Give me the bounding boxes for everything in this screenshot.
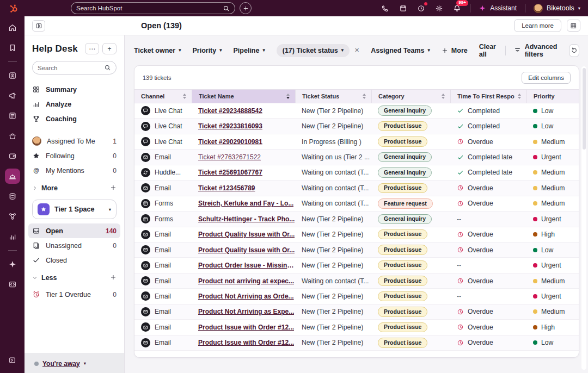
rail-item-developer[interactable] xyxy=(5,277,20,292)
ticket-link[interactable]: Product Issue with Order #12... xyxy=(198,339,294,346)
column-header-ticket-status[interactable]: Ticket Status xyxy=(295,90,371,103)
ticket-link[interactable]: Product Quality Issue with Or... xyxy=(198,246,295,254)
rail-item-marketing[interactable] xyxy=(5,88,20,103)
calls-icon[interactable] xyxy=(380,3,390,13)
column-header-ticket-name[interactable]: Ticket Name xyxy=(192,90,295,103)
ticket-link[interactable]: Product Quality Issue with Or... xyxy=(198,231,295,238)
edit-columns-button[interactable]: Edit columns xyxy=(522,72,571,84)
ticket-link[interactable]: Product Issue with Order #12... xyxy=(198,324,294,331)
create-button[interactable] xyxy=(240,2,252,14)
sidebar-item-tier-1-overdue[interactable]: Tier 1 Overdue0 xyxy=(28,287,120,302)
activity-history-icon[interactable] xyxy=(416,3,426,13)
table-row[interactable]: EmailProduct Order Issue - Missing...New… xyxy=(134,258,579,273)
presence-toggle[interactable]: You're away xyxy=(42,360,80,368)
table-row[interactable]: FormsSchultz-Hettinger - Track Pho...New… xyxy=(134,212,579,227)
more-filters-button[interactable]: More xyxy=(442,47,468,54)
notifications-bell-icon[interactable]: 99+ xyxy=(452,3,462,13)
ticket-link[interactable]: Product not arriving at expec... xyxy=(198,277,294,285)
table-row[interactable]: Live ChatTicket #29233816093New (Tier 2 … xyxy=(134,119,579,134)
table-row[interactable]: EmailTicket #123456789Waiting on contact… xyxy=(134,181,579,196)
remove-filter-icon[interactable]: ✕ xyxy=(354,47,359,54)
add-view-button[interactable] xyxy=(110,273,117,283)
advanced-filters-button[interactable]: Advanced filters xyxy=(514,43,558,58)
sidebar-item-summary[interactable]: Summary xyxy=(28,82,120,97)
hubspot-logo-icon[interactable] xyxy=(8,3,19,14)
sidebar-item-following[interactable]: Following0 xyxy=(28,148,120,163)
vertical-scrollbar[interactable] xyxy=(581,66,586,370)
more-toggle[interactable]: More xyxy=(32,181,117,195)
sidebar-item-analyze[interactable]: Analyze xyxy=(28,97,120,111)
ticket-link[interactable]: Ticket #29029010981 xyxy=(198,138,262,146)
sidebar-item-assigned-to-me[interactable]: Assigned To Me1 xyxy=(28,134,120,148)
sort-icon[interactable] xyxy=(363,94,366,99)
rail-item-payments[interactable] xyxy=(5,148,20,164)
table-row[interactable]: EmailProduct Quality Issue with Or...New… xyxy=(134,243,579,258)
sidebar-item-open[interactable]: Open140 xyxy=(28,223,120,238)
table-row[interactable]: EmailProduct Issue with Order #12...New … xyxy=(134,320,579,335)
table-row[interactable]: EmailProduct Not Arriving as Expe...New … xyxy=(134,304,579,320)
add-view-button[interactable] xyxy=(110,183,117,193)
ticket-link[interactable]: Ticket #123456789 xyxy=(198,184,255,192)
global-search-input[interactable] xyxy=(76,5,218,11)
ticket-link[interactable]: Ticket #27632671522 xyxy=(198,153,261,161)
scrollbar-thumb[interactable] xyxy=(583,68,586,150)
sort-icon[interactable] xyxy=(183,94,186,99)
view-grid-button[interactable] xyxy=(567,20,580,32)
column-header-priority[interactable]: Priority xyxy=(526,90,579,103)
rail-item-commerce[interactable] xyxy=(5,128,20,144)
marketplace-icon[interactable] xyxy=(398,3,408,13)
collapse-sidebar-button[interactable] xyxy=(32,20,45,32)
account-menu[interactable]: Biketools ▾ xyxy=(534,4,580,13)
ticket-link[interactable]: Ticket #29233816093 xyxy=(198,122,262,130)
settings-icon[interactable] xyxy=(434,3,444,13)
column-header-channel[interactable]: Channel xyxy=(134,90,192,103)
filter-ticket-owner[interactable]: Ticket owner▾ xyxy=(134,47,181,54)
ticket-link[interactable]: Streich, Kerluke and Fay - Lo... xyxy=(198,200,293,207)
expand-rail-button[interactable] xyxy=(5,352,20,368)
assistant-button[interactable]: Assistant xyxy=(479,4,517,12)
sidebar-add-button[interactable]: + xyxy=(102,43,117,54)
table-row[interactable]: Live ChatTicket #29029010981In Progress … xyxy=(134,134,579,150)
rail-item-data[interactable] xyxy=(5,189,20,204)
table-row[interactable]: EmailProduct Issue with Order #12...New … xyxy=(134,335,579,351)
filter-ticket-status-active[interactable]: (17) Ticket status▾ xyxy=(277,44,350,57)
sidebar-search[interactable] xyxy=(32,61,117,74)
rail-item-bookmarks[interactable] xyxy=(5,40,20,55)
sort-icon[interactable] xyxy=(286,94,290,99)
global-search[interactable] xyxy=(71,2,235,14)
rail-item-home[interactable] xyxy=(5,20,20,35)
rail-item-help-desk[interactable] xyxy=(5,169,20,184)
filter-priority[interactable]: Priority▾ xyxy=(192,47,222,54)
sort-icon[interactable] xyxy=(442,94,445,99)
table-row[interactable]: EmailTicket #27632671522Waiting on us (T… xyxy=(134,150,579,165)
sidebar-search-input[interactable] xyxy=(38,65,101,71)
rail-item-reporting[interactable] xyxy=(5,229,20,244)
space-selector[interactable]: Tier 1 Space ▾ xyxy=(32,200,117,219)
column-header-category[interactable]: Category xyxy=(371,90,450,103)
ticket-link[interactable]: Product Not Arriving as Expe... xyxy=(198,308,294,315)
table-row[interactable]: EmailProduct not arriving at expec...Wai… xyxy=(134,273,579,289)
ticket-link[interactable]: Schultz-Hettinger - Track Pho... xyxy=(198,215,295,223)
sidebar-options-button[interactable]: ⋯ xyxy=(85,43,99,54)
sidebar-item-unassigned[interactable]: Unassigned0 xyxy=(28,238,120,253)
reset-view-button[interactable] xyxy=(569,44,579,57)
table-row[interactable]: EmailProduct Not Arriving as Orde...New … xyxy=(134,289,579,304)
ticket-link[interactable]: Product Not Arriving as Orde... xyxy=(198,293,294,300)
sort-icon[interactable] xyxy=(518,94,521,99)
rail-item-ai[interactable] xyxy=(5,257,20,272)
ticket-link[interactable]: Product Order Issue - Missing... xyxy=(198,262,295,269)
table-row[interactable]: FormsStreich, Kerluke and Fay - Lo...Wai… xyxy=(134,196,579,212)
sidebar-item-my-mentions[interactable]: @My Mentions0 xyxy=(28,163,120,178)
less-toggle[interactable]: Less xyxy=(32,270,117,285)
rail-item-automation[interactable] xyxy=(5,209,20,224)
rail-item-content[interactable] xyxy=(5,108,20,123)
sidebar-item-closed[interactable]: Closed xyxy=(28,253,120,268)
filter-assigned-teams[interactable]: Assigned Teams▾ xyxy=(371,47,430,54)
table-row[interactable]: Huddle...Ticket #25691067767Waiting on c… xyxy=(134,165,579,181)
clear-all-button[interactable]: Clear all xyxy=(479,43,497,58)
table-row[interactable]: EmailProduct Quality Issue with Or...New… xyxy=(134,227,579,243)
ticket-link[interactable]: Ticket #25691067767 xyxy=(198,169,262,176)
ticket-link[interactable]: Ticket #29234888542 xyxy=(198,107,262,115)
sidebar-item-coaching[interactable]: Coaching xyxy=(28,111,120,126)
rail-item-contacts[interactable] xyxy=(5,68,20,83)
